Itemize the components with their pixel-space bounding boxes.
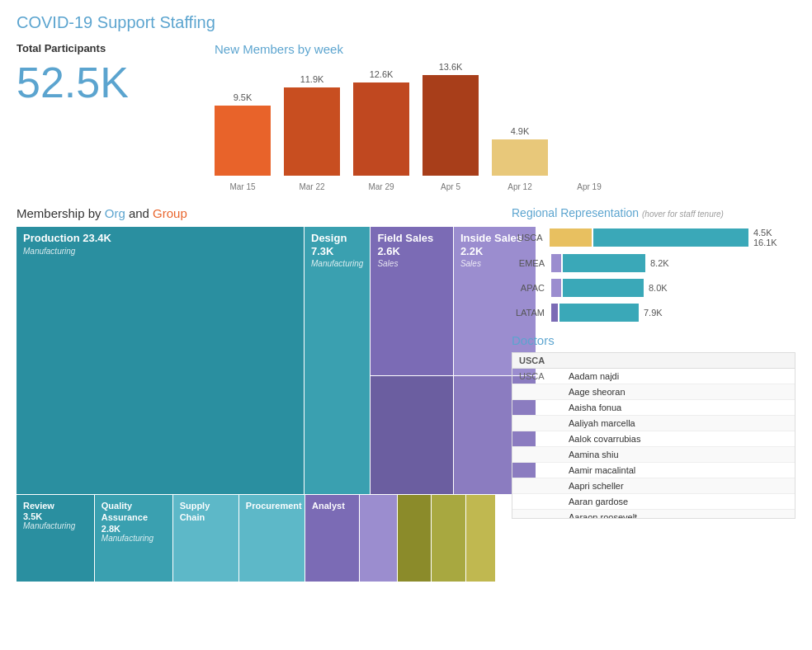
treemap-bottom-cell: Review3.5KManufacturing [17, 495, 94, 582]
membership-title-text: Membership by Org and Group [17, 206, 187, 220]
membership-title: Membership by Org and Group [17, 206, 495, 220]
bar-label: Apr 5 [441, 182, 460, 191]
treemap-cell-field-sales: Field Sales2.6KSales [371, 227, 453, 375]
region-bar-value: 4.5K 16.1K [753, 228, 795, 247]
bar-col: 11.9KMar 22 [284, 74, 340, 191]
region-bar-seg2 [559, 304, 639, 322]
bar [353, 82, 409, 176]
doctors-cell-region: USCA [512, 369, 562, 384]
total-participants-panel: Total Participants 52.5K [17, 42, 198, 195]
treemap-bottom-cell [432, 495, 465, 582]
bar-value: 9.5K [234, 92, 253, 102]
region-row: USCA4.5K 16.1K [512, 228, 795, 247]
treemap-bottom-cell: Analyst [305, 495, 359, 582]
dashboard-page: COVID-19 Support Staffing Total Particip… [0, 0, 812, 650]
total-participants-value: 52.5K [17, 59, 198, 106]
tm-name: Production 23.4K [23, 232, 297, 245]
doctors-cell-name: Aamina shiu [562, 447, 795, 462]
region-bar-seg2 [593, 228, 748, 247]
bar-chart-section: New Members by week 9.5KMar 1511.9KMar 2… [215, 42, 795, 195]
doctors-cell-region [512, 478, 562, 493]
treemap-cell-production: Production 23.4KManufacturing [17, 227, 304, 494]
treemap-cell-sm1 [371, 376, 453, 494]
treemap-cell-design: Design7.3KManufacturing [304, 227, 370, 494]
bar-chart: 9.5KMar 1511.9KMar 2212.6KMar 2913.6KApr… [215, 63, 795, 195]
bar-col: 12.6KMar 29 [353, 69, 409, 191]
doctors-cell-name: Aaliyah marcella [562, 416, 795, 431]
doctors-data-row[interactable]: Aamir macalintal [512, 463, 795, 478]
doctors-data-row[interactable]: Aaisha fonua [512, 400, 795, 416]
doctors-data-row[interactable]: Aage sheoran [512, 384, 795, 400]
doctors-cell-region [512, 494, 562, 509]
region-bar-seg1 [551, 304, 558, 322]
treemap: Production 23.4KManufacturingDesign7.3KM… [17, 227, 495, 582]
doctors-cell-name: Aalok covarrubias [562, 431, 795, 446]
region-bar-wrap: 8.0K [551, 279, 668, 297]
doctors-cell-name: Aadam najdi [562, 369, 795, 384]
doctors-cell-name: Aaisha fonua [562, 400, 795, 415]
region-row: LATAM7.9K [512, 304, 795, 322]
top-section: Total Participants 52.5K New Members by … [17, 42, 795, 195]
region-row: EMEA8.2K [512, 254, 795, 272]
bar-label: Apr 12 [508, 182, 531, 191]
region-bar-seg1 [550, 228, 592, 247]
bar-value: 11.9K [300, 74, 324, 84]
doctors-data-row[interactable]: Aamina shiu [512, 447, 795, 463]
bar [215, 106, 271, 176]
treemap-bottom-cell [466, 495, 495, 582]
region-bar-value: 7.9K [644, 308, 663, 318]
regional-title: Regional Representation (hover for staff… [512, 206, 795, 219]
treemap-bottom-cell: Supply Chain [173, 495, 238, 582]
doctors-cell-region [512, 384, 562, 399]
doctors-cell-name: Aaraon roosevelt [562, 510, 795, 518]
treemap-bottom-cell [360, 495, 397, 582]
region-bar-wrap: 4.5K 16.1K [550, 228, 795, 247]
bar-col: 4.9KApr 12 [492, 126, 548, 191]
doctors-cell-region [512, 400, 562, 415]
page-title: COVID-19 Support Staffing [17, 13, 795, 32]
doctors-header-name [562, 353, 795, 368]
doctors-cell-name: Aage sheoran [562, 384, 795, 399]
total-participants-label: Total Participants [17, 42, 198, 54]
region-bar-wrap: 8.2K [551, 254, 669, 272]
region-row: APAC8.0K [512, 279, 795, 297]
doctors-data-row[interactable]: USCAAadam najdi [512, 369, 795, 384]
bar [423, 75, 479, 176]
treemap-top-row: Production 23.4KManufacturingDesign7.3KM… [17, 227, 495, 494]
doctors-title: Doctors [512, 333, 795, 347]
treemap-bottom-cell [398, 495, 431, 582]
doctors-data-row[interactable]: Aalok covarrubias [512, 431, 795, 447]
doctors-body[interactable]: USCAUSCAAadam najdiAage sheoranAaisha fo… [512, 353, 795, 518]
bar-label: Apr 19 [577, 182, 601, 191]
region-label: USCA [512, 233, 543, 243]
doctors-cell-region [512, 463, 562, 478]
bar-chart-title: New Members by week [215, 42, 795, 56]
region-bar-seg1 [551, 254, 561, 272]
doctors-cell-name: Aaran gardose [562, 494, 795, 509]
doctors-cell-region [512, 416, 562, 431]
doctors-table: USCAUSCAAadam najdiAage sheoranAaisha fo… [512, 352, 795, 519]
doctors-data-row[interactable]: Aaran gardose [512, 494, 795, 510]
region-bar-value: 8.0K [649, 283, 668, 293]
doctors-data-row[interactable]: Aaliyah marcella [512, 416, 795, 431]
doctors-cell-name: Aapri scheller [562, 478, 795, 493]
doctors-cell-name: Aamir macalintal [562, 463, 795, 478]
bar-value: 4.9K [511, 126, 530, 136]
region-bar-seg2 [563, 279, 644, 297]
doctors-data-row[interactable]: Aaraon roosevelt [512, 510, 795, 518]
region-bar-value: 8.2K [650, 258, 669, 268]
doctors-cell-region [512, 510, 562, 518]
region-bar-seg1 [551, 279, 561, 297]
bar-col: 13.6KApr 5 [423, 62, 479, 191]
doctors-header-row: USCA [512, 353, 795, 369]
bar [492, 139, 548, 176]
tm-sub: Manufacturing [23, 247, 297, 256]
treemap-bottom-cell: Procurement [239, 495, 304, 582]
doctors-cell-region [512, 431, 562, 446]
bar-col: 9.5KMar 15 [215, 92, 271, 191]
doctors-data-row[interactable]: Aapri scheller [512, 478, 795, 494]
treemap-bottom-row: Review3.5KManufacturingQuality Assurance… [17, 495, 495, 582]
doctors-header-region: USCA [512, 353, 562, 368]
bar-label: Mar 29 [368, 182, 394, 191]
bar-value: 13.6K [439, 62, 463, 72]
